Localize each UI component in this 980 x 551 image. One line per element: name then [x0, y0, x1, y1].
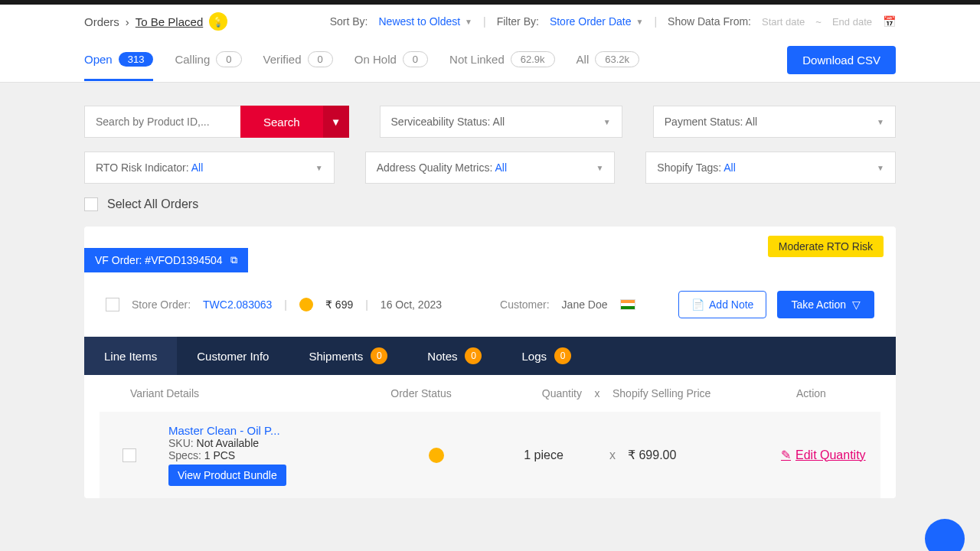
tab-not-linked[interactable]: Not Linked62.9k [449, 39, 555, 82]
serviceability-filter[interactable]: Serviceability Status: All▼ [380, 106, 622, 138]
order-date: 16 Oct, 2023 [381, 298, 442, 311]
chevron-down-icon: ▼ [636, 18, 644, 26]
end-date-input[interactable]: End date [832, 16, 872, 28]
vf-order-badge: VF Order: #VFOD1394504 ⧉ [84, 248, 248, 272]
edit-quantity-link[interactable]: ✎Edit Quantity [781, 448, 866, 462]
chevron-right-icon: › [126, 15, 129, 28]
download-csv-button[interactable]: Download CSV [787, 46, 896, 74]
shopify-tags-filter[interactable]: Shopify Tags: All▼ [645, 152, 896, 184]
page-header: Orders › To Be Placed 💡 Sort By: Newest … [0, 5, 980, 38]
tab-open[interactable]: Open313 [84, 40, 153, 81]
tab-shipments[interactable]: Shipments0 [289, 337, 407, 375]
customer-name: Jane Doe [562, 298, 608, 311]
order-status-icon [429, 448, 444, 463]
chevron-down-icon: ▼ [315, 164, 323, 172]
calendar-icon[interactable]: 📅 [883, 15, 896, 28]
tab-all[interactable]: All63.2k [577, 39, 639, 82]
rto-risk-badge: Moderate RTO Risk [768, 236, 884, 257]
start-date-input[interactable]: Start date [762, 16, 805, 28]
coin-icon [299, 298, 313, 311]
add-note-button[interactable]: 📄Add Note [678, 291, 766, 318]
tab-verified[interactable]: Verified0 [263, 39, 333, 82]
address-quality-filter[interactable]: Address Quality Metrics: All▼ [365, 152, 616, 184]
header-controls: Sort By: Newest to Oldest▼ | Filter By: … [330, 15, 896, 28]
sort-label: Sort By: [330, 15, 368, 28]
order-checkbox[interactable] [106, 298, 119, 311]
chevron-down-icon: ▼ [603, 118, 611, 126]
flag-india-icon [620, 299, 635, 310]
filter-dropdown[interactable]: Store Order Date▼ [550, 15, 644, 28]
breadcrumb: Orders › To Be Placed 💡 [84, 12, 227, 31]
caret-down-icon: ▼ [331, 116, 341, 128]
line-item-checkbox[interactable] [122, 448, 136, 462]
tab-line-items[interactable]: Line Items [84, 337, 177, 375]
pencil-icon: ✎ [781, 448, 791, 462]
rto-risk-filter[interactable]: RTO Risk Indicator: All▼ [84, 152, 335, 184]
status-tabs: Open313 Calling0 Verified0 On Hold0 Not … [0, 38, 980, 83]
tab-logs[interactable]: Logs0 [501, 337, 591, 375]
line-item-row: Master Clean - Oil P... SKU: Not Availab… [100, 412, 880, 498]
search-input[interactable] [84, 106, 240, 138]
search-dropdown-button[interactable]: ▼ [323, 106, 349, 138]
detail-tabs: Line Items Customer Info Shipments0 Note… [84, 337, 896, 375]
selling-price: ₹ 699.00 [628, 448, 781, 462]
sort-dropdown[interactable]: Newest to Oldest▼ [379, 15, 473, 28]
chevron-down-icon: ▼ [877, 118, 884, 126]
order-amount: ₹ 699 [325, 298, 353, 311]
payment-filter[interactable]: Payment Status: All▼ [653, 106, 896, 138]
quantity-value: 1 piece [490, 448, 597, 462]
line-items-header: Variant Details Order Status Quantity x … [84, 375, 896, 412]
copy-icon[interactable]: ⧉ [230, 254, 237, 266]
chevron-down-icon: ▼ [465, 18, 472, 26]
filter-label: Filter By: [497, 15, 539, 28]
breadcrumb-current: To Be Placed [136, 15, 203, 28]
view-product-bundle-button[interactable]: View Product Bundle [168, 465, 286, 486]
select-all-checkbox[interactable] [84, 197, 98, 211]
tab-on-hold[interactable]: On Hold0 [354, 39, 428, 82]
tab-notes[interactable]: Notes0 [407, 337, 501, 375]
take-action-button[interactable]: Take Action▽ [777, 291, 874, 318]
breadcrumb-parent[interactable]: Orders [84, 15, 119, 28]
product-title-link[interactable]: Master Clean - Oil P... [168, 424, 383, 437]
note-icon: 📄 [691, 298, 704, 311]
tab-calling[interactable]: Calling0 [175, 39, 241, 82]
chevron-down-icon: ▼ [596, 164, 603, 172]
chevron-down-icon: ▼ [877, 164, 884, 172]
tab-customer-info[interactable]: Customer Info [177, 337, 289, 375]
search-group: Search ▼ [84, 106, 349, 138]
select-all-label: Select All Orders [107, 197, 198, 211]
help-fab[interactable] [925, 519, 965, 551]
chevron-down-icon: ▽ [852, 298, 861, 311]
order-card: Moderate RTO Risk VF Order: #VFOD1394504… [84, 227, 896, 498]
search-button[interactable]: Search [240, 106, 323, 138]
lightbulb-icon[interactable]: 💡 [209, 12, 227, 31]
store-order-link[interactable]: TWC2.083063 [203, 298, 272, 311]
date-range-label: Show Data From: [668, 15, 751, 28]
